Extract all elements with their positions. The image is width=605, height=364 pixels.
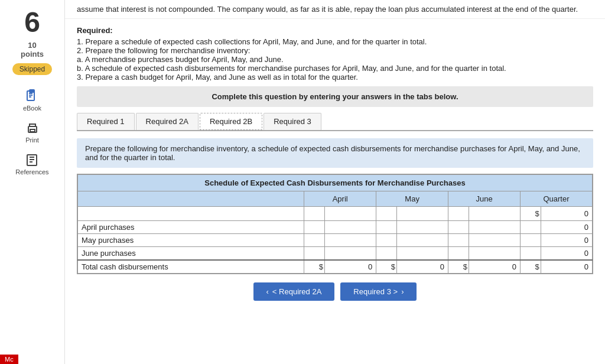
svg-rect-1 (30, 90, 34, 92)
quarter-dollar-0: $ (521, 207, 541, 221)
col-header-april: April (304, 191, 376, 207)
required-item-b: b. A schedule of expected cash disbursem… (77, 64, 593, 73)
required-item-3: 3. Prepare a cash budget for April, May,… (77, 73, 593, 82)
forward-chevron-icon: › (401, 287, 404, 296)
may-input-cell-2 (376, 234, 397, 247)
table-title: Schedule of Expected Cash Disbursements … (78, 175, 593, 191)
table-row: June purchases 0 (78, 247, 593, 261)
june-val-3[interactable] (469, 247, 520, 261)
may-input-0[interactable] (401, 209, 444, 218)
april-val-0[interactable] (325, 207, 376, 221)
april-dollar-total: $ (304, 260, 325, 274)
required-item-1: 1. Prepare a schedule of expected cash c… (77, 37, 593, 46)
ebook-button[interactable]: eBook (23, 89, 41, 112)
may-val-0[interactable] (396, 207, 448, 221)
quarter-dollar-3 (521, 247, 541, 261)
svg-rect-3 (30, 129, 35, 132)
may-input-3[interactable] (401, 249, 444, 258)
june-input-1[interactable] (473, 223, 516, 232)
table-row: May purchases 0 (78, 234, 593, 247)
tab-required1[interactable]: Required 1 (77, 113, 135, 130)
total-row: Total cash disbursements $ 0 $ 0 $ 0 $ 0 (78, 260, 593, 274)
required-item-2: 2. Prepare the following for merchandise… (77, 46, 593, 55)
june-val-2[interactable] (469, 234, 520, 247)
back-button-label: < Required 2A (272, 287, 321, 296)
june-val-0[interactable] (469, 207, 520, 221)
june-input-cell-2 (448, 234, 469, 247)
may-input-cell-0 (376, 207, 397, 221)
april-input-2[interactable] (328, 236, 372, 245)
required-item-a: a. A merchandise purchases budget for Ap… (77, 55, 593, 64)
references-button[interactable]: References (15, 153, 48, 176)
april-val-2[interactable] (325, 234, 376, 247)
april-input-cell-3 (304, 247, 325, 261)
tab-required2b[interactable]: Required 2B (200, 113, 262, 130)
june-input-2[interactable] (473, 236, 516, 245)
april-input-1[interactable] (328, 223, 372, 232)
references-label: References (15, 168, 48, 176)
col-header-june: June (448, 191, 521, 207)
june-input-cell-0 (448, 207, 469, 221)
tab-bar: Required 1 Required 2A Required 2B Requi… (77, 113, 593, 131)
content-description: Prepare the following for merchandise in… (77, 138, 593, 168)
back-button[interactable]: ‹ < Required 2A (253, 282, 335, 301)
row-label-may-purchases: May purchases (78, 234, 304, 247)
june-input-cell-1 (448, 221, 469, 234)
june-input-0[interactable] (473, 209, 516, 218)
print-button[interactable]: Print (25, 121, 40, 144)
points-label: 10 points (21, 41, 44, 58)
top-text: assume that interest is not compounded. … (65, 0, 605, 19)
required-title: Required: (77, 26, 593, 35)
quarter-dollar-2 (521, 234, 541, 247)
april-input-cell-1 (304, 221, 325, 234)
mc-badge: Mc (0, 355, 18, 364)
back-chevron-icon: ‹ (266, 287, 269, 296)
row-label-total: Total cash disbursements (78, 260, 304, 274)
may-input-cell-1 (376, 221, 397, 234)
quarter-total: 0 (541, 260, 592, 274)
tab-required2a[interactable]: Required 2A (136, 113, 199, 130)
june-input-3[interactable] (473, 249, 516, 258)
quarter-val-2: 0 (541, 234, 592, 247)
row-label-empty (78, 207, 304, 221)
april-input-0[interactable] (328, 209, 372, 218)
forward-button[interactable]: Required 3 > › (340, 282, 417, 301)
april-val-3[interactable] (325, 247, 376, 261)
june-input-cell-3 (448, 247, 469, 261)
col-header-empty (78, 191, 304, 207)
may-input-2[interactable] (401, 236, 444, 245)
col-header-may: May (376, 191, 448, 207)
quarter-val-0: 0 (541, 207, 592, 221)
may-input-1[interactable] (401, 223, 444, 232)
april-val-1[interactable] (325, 221, 376, 234)
may-total: 0 (396, 260, 448, 274)
forward-button-label: Required 3 > (353, 287, 398, 296)
quarter-val-3: 0 (541, 247, 592, 261)
june-dollar-total: $ (448, 260, 469, 274)
may-val-1[interactable] (396, 221, 448, 234)
may-val-2[interactable] (396, 234, 448, 247)
may-dollar-total: $ (376, 260, 397, 274)
skipped-badge: Skipped (12, 63, 52, 75)
disbursements-table: Schedule of Expected Cash Disbursements … (77, 174, 593, 274)
may-val-3[interactable] (396, 247, 448, 261)
nav-buttons: ‹ < Required 2A Required 3 > › (77, 282, 593, 301)
may-input-cell-3 (376, 247, 397, 261)
print-label: Print (25, 136, 39, 144)
problem-number: 6 (24, 6, 40, 38)
instruction-box: Complete this question by entering your … (77, 86, 593, 107)
row-label-june-purchases: June purchases (78, 247, 304, 261)
quarter-val-1: 0 (541, 221, 592, 234)
quarter-dollar-1 (521, 221, 541, 234)
april-input-cell-0 (304, 207, 325, 221)
april-input-3[interactable] (328, 249, 372, 258)
quarter-dollar-total: $ (521, 260, 541, 274)
april-total: 0 (325, 260, 376, 274)
table-row: April purchases 0 (78, 221, 593, 234)
june-total: 0 (469, 260, 520, 274)
june-val-1[interactable] (469, 221, 520, 234)
row-label-april-purchases: April purchases (78, 221, 304, 234)
tab-required3[interactable]: Required 3 (264, 113, 321, 130)
april-input-cell-2 (304, 234, 325, 247)
table-row: $ 0 (78, 207, 593, 221)
